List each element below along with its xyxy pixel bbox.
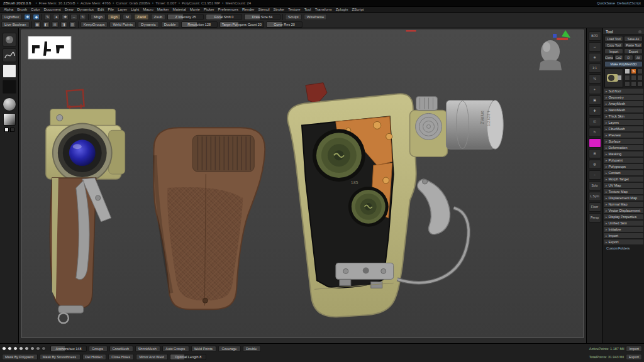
titlebar-quick-item[interactable]: QuickSave xyxy=(597,1,615,5)
import-button[interactable]: Import xyxy=(626,346,642,352)
shelf-button[interactable]: Sculpt xyxy=(285,14,302,20)
tool-slot[interactable] xyxy=(625,69,630,74)
mask-color-swatch[interactable] xyxy=(589,138,601,148)
tool-section[interactable]: ▸Surface xyxy=(604,139,643,145)
menu-item[interactable]: Transform xyxy=(315,8,332,11)
bottom-control[interactable]: Double xyxy=(243,346,261,352)
menu-item[interactable]: Draw xyxy=(65,8,74,11)
local-symmetry-button[interactable]: L.Sym xyxy=(589,192,601,201)
bottom-control[interactable]: Mirror And Weld xyxy=(136,354,168,360)
tool-panel-button[interactable]: R xyxy=(624,55,633,60)
shelf-button[interactable]: Dynamic xyxy=(138,21,158,28)
tool-section[interactable]: ▸Morph Target xyxy=(604,177,643,182)
menu-item[interactable]: Material xyxy=(173,8,186,11)
bpr-render-button[interactable]: BPR xyxy=(589,31,601,41)
silhouette-icon[interactable]: ◧ xyxy=(43,21,50,28)
scale-3d-button[interactable]: ◱ xyxy=(589,117,601,126)
tool-slot[interactable] xyxy=(625,81,630,87)
layers-icon[interactable]: ▥ xyxy=(69,21,76,28)
bottom-control[interactable]: Mask By Polypaint xyxy=(2,354,38,360)
menu-item[interactable]: Stroke xyxy=(274,8,284,11)
axis-gizmo[interactable] xyxy=(553,30,570,40)
tool-section[interactable]: ▸Export xyxy=(604,239,643,245)
tool-panel-button[interactable]: Copy Tool xyxy=(604,42,623,48)
grid-icon[interactable]: ⊞ xyxy=(52,21,58,28)
tool-section[interactable]: ▸NanoMesh xyxy=(604,107,643,113)
bottom-control[interactable]: ShrinkMesh xyxy=(135,346,161,352)
tool-slot[interactable] xyxy=(631,75,636,80)
menu-item[interactable]: File xyxy=(108,8,114,11)
zoom3d-button[interactable]: ⌖ xyxy=(589,85,601,94)
tool-section[interactable]: ▸Normal Map xyxy=(604,202,643,207)
menu-item[interactable]: Movie xyxy=(190,8,200,11)
ghost-button[interactable]: ◌ xyxy=(589,170,601,180)
menu-item[interactable]: Zplugin xyxy=(336,8,348,11)
model-back-view[interactable] xyxy=(153,128,265,309)
gizmo3d-toggle-icon[interactable]: ✚ xyxy=(24,14,31,20)
tool-section[interactable]: ▸ArrayMesh xyxy=(604,101,643,107)
rotate-3d-button[interactable]: ↻ xyxy=(589,128,601,137)
color-picker[interactable] xyxy=(3,113,16,126)
viewport-3d-model[interactable]: 185 2Value 1:2.63 8 T xyxy=(22,30,583,337)
tool-panel-button[interactable]: Save As xyxy=(624,36,643,41)
floor-grid-button[interactable]: Floor xyxy=(589,202,601,212)
move-3d-button[interactable]: ✚ xyxy=(589,106,601,116)
menu-item[interactable]: Edit xyxy=(97,8,104,11)
material-quick-pick[interactable] xyxy=(8,346,12,351)
menu-item[interactable]: Document xyxy=(43,8,60,11)
reference-thumbnail[interactable] xyxy=(28,36,71,59)
active-tool-thumbnail[interactable] xyxy=(604,69,623,87)
tool-section[interactable]: ▸SubTool xyxy=(604,89,643,94)
menu-item[interactable]: Layer xyxy=(118,8,127,11)
bottom-control[interactable]: Coverage xyxy=(218,346,240,352)
material-quick-pick[interactable] xyxy=(2,346,6,351)
material-quick-pick[interactable] xyxy=(13,346,18,351)
shelf-slider[interactable]: Draw Size 64 xyxy=(244,14,280,20)
transparency-button[interactable]: ◍ xyxy=(589,160,601,169)
menu-item[interactable]: Preferences xyxy=(218,8,238,11)
rotate-icon[interactable]: ↻ xyxy=(79,14,86,20)
tool-panel-button[interactable]: Paste Tool xyxy=(624,42,643,48)
menu-item[interactable]: Dynamics xyxy=(77,8,94,11)
menu-item[interactable]: Macro xyxy=(143,8,153,11)
main-color-swatch[interactable] xyxy=(4,128,9,132)
polyframe-button[interactable]: ⊞ xyxy=(589,149,601,158)
menu-item[interactable]: ZScript xyxy=(352,8,364,11)
material-quick-pick[interactable] xyxy=(42,346,46,351)
move-icon[interactable]: ✚ xyxy=(62,14,69,20)
menu-item[interactable]: Light xyxy=(131,8,139,11)
material-quick-pick[interactable] xyxy=(19,346,23,351)
tool-section[interactable]: ▸Displacement Map xyxy=(604,195,643,201)
split-view-icon[interactable]: ◨ xyxy=(60,21,67,28)
tool-section[interactable]: ▸Import xyxy=(604,233,643,239)
tool-section[interactable]: ▸Polygroups xyxy=(604,164,643,170)
tool-section[interactable]: ▸Masking xyxy=(604,151,643,157)
secondary-color-swatch[interactable] xyxy=(10,128,14,132)
edit-icon[interactable]: ✎ xyxy=(44,14,51,20)
bottom-control[interactable]: Anchors/sec 148 xyxy=(50,346,87,352)
tool-panel-button[interactable]: All xyxy=(634,55,643,60)
alpha-thumbnail[interactable] xyxy=(3,64,16,78)
tool-section[interactable]: ▸FiberMesh xyxy=(604,126,643,132)
menu-item[interactable]: Texture xyxy=(288,8,301,11)
polyframe-icon[interactable]: ▦ xyxy=(34,21,41,28)
tool-section[interactable]: ▸Layers xyxy=(604,120,643,126)
material-thumbnail[interactable] xyxy=(3,97,16,111)
aa-half-button[interactable]: ½ xyxy=(589,74,601,84)
tool-section[interactable]: ▸UV Map xyxy=(604,183,643,189)
menu-item[interactable]: Alpha xyxy=(4,8,13,11)
tool-section[interactable]: ▸Preview xyxy=(604,133,643,138)
tool-panel-button[interactable]: GoZ xyxy=(614,55,624,60)
bottom-control[interactable]: Weld Points xyxy=(191,346,217,352)
sculpt-mode-toggle[interactable]: Zsub xyxy=(151,14,165,20)
paint-mode-toggle[interactable]: M xyxy=(123,14,132,20)
paint-mode-toggle[interactable]: Rgb xyxy=(108,14,121,20)
brush-thumbnail[interactable] xyxy=(3,33,16,47)
material-quick-pick[interactable] xyxy=(30,346,35,351)
zoom-button[interactable]: ⊕ xyxy=(589,53,601,62)
export-button[interactable]: Export xyxy=(626,354,642,360)
tool-slot[interactable]: S xyxy=(631,69,636,74)
menu-item[interactable]: Render xyxy=(242,8,255,11)
scroll-button[interactable]: ↔ xyxy=(589,42,601,52)
tool-section[interactable]: ▸Vector Displacement xyxy=(604,208,643,214)
